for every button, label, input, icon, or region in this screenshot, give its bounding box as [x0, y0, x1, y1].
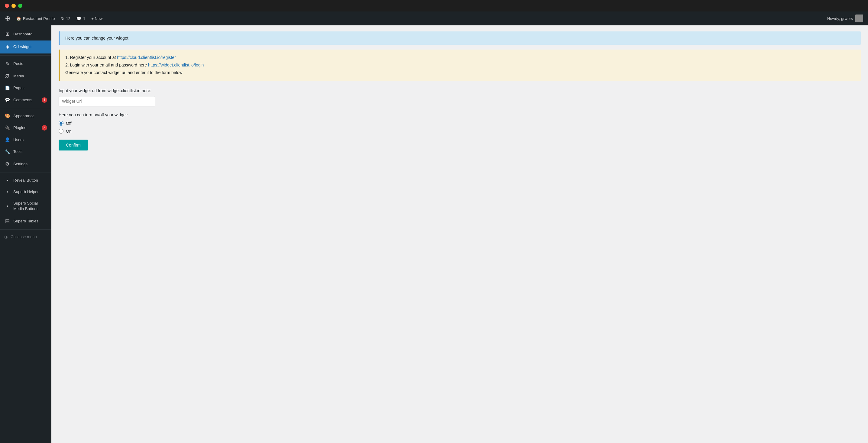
- sidebar-item-pages[interactable]: 📄 Pages: [0, 82, 51, 94]
- plugins-icon: 🔌: [4, 125, 10, 131]
- posts-icon: ✎: [4, 60, 10, 67]
- sidebar-item-ocl-widget[interactable]: ◈ Ocl widget: [0, 40, 51, 53]
- admin-bar: ⊕ 🏠 Restaurant Pronto ↻ 12 💬 1 + New How…: [0, 11, 868, 25]
- sidebar-item-reveal-button[interactable]: ● Reveal Button: [0, 175, 51, 186]
- comments-badge: 1: [42, 97, 47, 103]
- comments-count: 1: [83, 16, 85, 21]
- radio-on-input[interactable]: [59, 129, 63, 133]
- avatar[interactable]: [855, 14, 863, 22]
- plugins-badge: 3: [42, 125, 47, 131]
- register-link[interactable]: https://cloud.clientlist.io/register: [117, 55, 176, 60]
- login-link[interactable]: https://widget.clientlist.io/login: [148, 63, 204, 67]
- collapse-icon: ◑: [4, 234, 7, 239]
- site-name-item[interactable]: 🏠 Restaurant Pronto: [16, 16, 55, 21]
- main-content: Here you can change your widget 1. Regis…: [51, 25, 868, 443]
- appearance-icon: 🎨: [4, 113, 10, 119]
- widget-url-label: Input your widget url from widget.client…: [59, 88, 861, 93]
- admin-bar-right: Howdy, grwprs: [827, 14, 863, 22]
- site-name: Restaurant Pronto: [23, 16, 55, 21]
- sidebar-item-label: Settings: [13, 161, 28, 167]
- collapse-label: Collapse menu: [10, 234, 37, 239]
- sidebar-item-label: Superb Tables: [13, 219, 38, 224]
- sidebar-item-label: Superb Social Media Buttons: [13, 201, 47, 212]
- sidebar-item-label: Users: [13, 137, 24, 143]
- traffic-lights: [5, 4, 22, 8]
- sidebar-item-label: Plugins: [13, 125, 26, 131]
- toggle-label: Here you can turn on/off your widget:: [59, 113, 861, 117]
- sidebar-divider: [0, 55, 51, 56]
- sidebar-divider-4: [0, 229, 51, 230]
- sidebar-item-label: Media: [13, 73, 24, 79]
- radio-group-toggle: Off On: [59, 121, 861, 133]
- sidebar-divider-3: [0, 172, 51, 173]
- home-icon: 🏠: [16, 16, 21, 21]
- sidebar-divider-2: [0, 108, 51, 108]
- sidebar-item-superb-social[interactable]: ● Superb Social Media Buttons: [0, 198, 51, 215]
- widget-icon: ◈: [4, 43, 10, 50]
- sidebar-item-label: Ocl widget: [13, 44, 32, 50]
- howdy-text: Howdy, grwprs: [827, 16, 853, 21]
- comments-icon: 💬: [76, 16, 81, 21]
- helper-icon: ●: [4, 190, 10, 194]
- layout: ⊞ Dashboard ◈ Ocl widget ✎ Posts 🖼 Media…: [0, 25, 868, 443]
- sidebar-item-posts[interactable]: ✎ Posts: [0, 57, 51, 70]
- radio-off-item[interactable]: Off: [59, 121, 861, 126]
- maximize-button[interactable]: [18, 4, 22, 8]
- sidebar-item-label: Reveal Button: [13, 178, 38, 183]
- sidebar-item-label: Dashboard: [13, 31, 33, 37]
- sidebar-item-settings[interactable]: ⚙ Settings: [0, 158, 51, 170]
- new-label: + New: [91, 16, 102, 21]
- sidebar-item-media[interactable]: 🖼 Media: [0, 70, 51, 82]
- sidebar-item-label: Comments: [13, 97, 32, 103]
- wp-icon: ⊕: [5, 14, 10, 22]
- confirm-button[interactable]: Confirm: [59, 139, 88, 151]
- wp-logo[interactable]: ⊕: [5, 14, 10, 22]
- sidebar-item-plugins[interactable]: 🔌 Plugins 3: [0, 122, 51, 134]
- info-box-blue: Here you can change your widget: [59, 31, 861, 45]
- reveal-icon: ●: [4, 178, 10, 183]
- media-icon: 🖼: [4, 73, 10, 79]
- instruction-1: 1. Register your account at https://clou…: [65, 54, 855, 61]
- collapse-menu[interactable]: ◑ Collapse menu: [0, 231, 51, 242]
- sidebar-item-tools[interactable]: 🔧 Tools: [0, 146, 51, 158]
- sidebar-item-label: Tools: [13, 149, 22, 154]
- info-blue-text: Here you can change your widget: [65, 36, 128, 40]
- updates-icon: ↻: [61, 16, 64, 21]
- updates-count: 12: [66, 16, 70, 21]
- tools-icon: 🔧: [4, 149, 10, 155]
- radio-off-input[interactable]: [59, 121, 63, 126]
- radio-on-item[interactable]: On: [59, 129, 861, 133]
- new-item[interactable]: + New: [91, 16, 102, 21]
- close-button[interactable]: [5, 4, 9, 8]
- instruction-3: Generate your contact widget url and ent…: [65, 69, 855, 76]
- radio-on-label: On: [66, 129, 72, 133]
- titlebar: [0, 0, 868, 11]
- sidebar-item-label: Appearance: [13, 113, 34, 119]
- pages-icon: 📄: [4, 85, 10, 91]
- comments-item[interactable]: 💬 1: [76, 16, 85, 21]
- users-icon: 👤: [4, 137, 10, 143]
- updates-item[interactable]: ↻ 12: [61, 16, 70, 21]
- settings-icon: ⚙: [4, 161, 10, 167]
- sidebar-item-superb-helper[interactable]: ● Superb Helper: [0, 186, 51, 198]
- comments-icon: 💬: [4, 97, 10, 103]
- sidebar-item-comments[interactable]: 💬 Comments 1: [0, 94, 51, 106]
- sidebar-item-superb-tables[interactable]: ▤ Superb Tables: [0, 215, 51, 227]
- sidebar-item-dashboard[interactable]: ⊞ Dashboard: [0, 28, 51, 40]
- sidebar: ⊞ Dashboard ◈ Ocl widget ✎ Posts 🖼 Media…: [0, 25, 51, 443]
- info-box-yellow: 1. Register your account at https://clou…: [59, 50, 861, 81]
- tables-icon: ▤: [4, 218, 10, 224]
- sidebar-item-label: Posts: [13, 61, 23, 66]
- sidebar-item-appearance[interactable]: 🎨 Appearance: [0, 110, 51, 122]
- dashboard-icon: ⊞: [4, 31, 10, 37]
- widget-url-input[interactable]: [59, 96, 155, 106]
- radio-off-label: Off: [66, 121, 71, 126]
- minimize-button[interactable]: [11, 4, 16, 8]
- sidebar-item-label: Superb Helper: [13, 189, 39, 195]
- sidebar-item-users[interactable]: 👤 Users: [0, 134, 51, 146]
- instruction-2: 2. Login with your email and password he…: [65, 61, 855, 69]
- social-icon: ●: [4, 204, 10, 208]
- sidebar-item-label: Pages: [13, 85, 25, 91]
